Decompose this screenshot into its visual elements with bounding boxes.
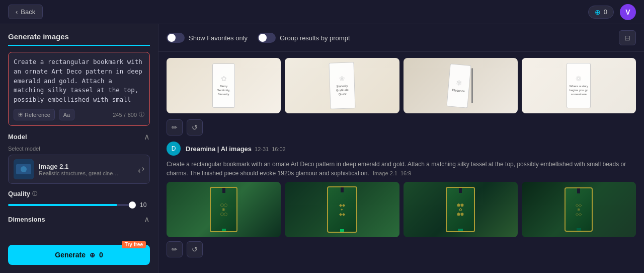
back-button[interactable]: ‹ Back [8, 5, 43, 19]
credits-badge: ⊕ 0 [588, 6, 614, 19]
prompt-wrapper: ⊞ Reference Aa 245/800 ⓘ [8, 52, 150, 126]
sidebar: Generate images ⊞ Reference Aa 245/800 ⓘ [0, 24, 158, 273]
reference-label: Reference [25, 112, 50, 118]
model-name: Image 2.1 [39, 163, 133, 170]
model-swap-button[interactable]: ⇄ [138, 165, 144, 174]
main-layout: Generate images ⊞ Reference Aa 245/800 ⓘ [0, 24, 644, 273]
prompt-input[interactable] [14, 57, 144, 103]
quality-slider[interactable] [8, 204, 136, 206]
quality-section: Quality ⓘ 10 [8, 190, 150, 209]
select-model-label: Select model [8, 146, 150, 152]
info-icon: ⓘ [139, 111, 144, 118]
result-block: D Dreamina | AI images 12-31 16:02 Creat… [167, 142, 636, 257]
group-results-toggle[interactable] [258, 33, 276, 43]
dreamina-icon: D [172, 145, 176, 152]
group-results-label: Group results by prompt [280, 34, 350, 42]
gallery-scroll[interactable]: ✿ MerrySentimity,Sincerity. ❀ SincerityG… [158, 52, 644, 273]
result-prompt-text: Create a rectangular bookmark with an or… [167, 160, 636, 178]
back-label: Back [21, 8, 35, 16]
model-info: Image 2.1 Realistic structures, great ci… [39, 163, 133, 176]
dimensions-section-label: Dimensions ∧ [8, 215, 150, 224]
credits-value: 0 [604, 8, 607, 16]
model-thumbnail [14, 159, 34, 179]
sidebar-title: Generate images [8, 32, 150, 46]
result-source-name: Dreamina | AI images [186, 145, 252, 153]
dimensions-collapse-button[interactable]: ∧ [144, 215, 150, 224]
char-count: 245/800 ⓘ [113, 111, 144, 118]
quality-value: 10 [140, 201, 150, 209]
svg-point-2 [21, 166, 27, 172]
top-image-3: ✾ Elegance [404, 58, 518, 113]
coin-icon: ⊕ [595, 8, 601, 16]
info-icon: ⓘ [32, 190, 37, 197]
bm-pattern-2: ◆◆✦◆◆ [339, 203, 345, 217]
edit-icon-2: ✏ [172, 245, 178, 253]
result-date: 12-31 [255, 146, 269, 152]
dimensions-label-text: Dimensions [8, 216, 45, 223]
char-max-value: 800 [128, 112, 137, 118]
result-tags: Image 2.1 16:9 [373, 169, 411, 178]
edit-bottom-button[interactable]: ✏ [167, 241, 183, 257]
refresh-icon: ↺ [192, 123, 198, 131]
top-image-4: ❁ Where a storybegins you gosomewhere [522, 58, 636, 113]
show-favorites-label: Show Favorites only [189, 34, 248, 42]
avatar-initial: V [625, 8, 630, 16]
prompt-toolbar: ⊞ Reference Aa 245/800 ⓘ [14, 109, 144, 120]
quality-label: Quality ⓘ [8, 190, 150, 197]
result-time: 16:02 [272, 146, 286, 152]
result-info-row: Dreamina | AI images 12-31 16:02 [186, 145, 286, 153]
bm-pattern-4: ◇◇❄◇◇ [576, 203, 582, 217]
prompt-actions: ⊞ Reference Aa [14, 109, 74, 120]
refresh-bottom-button[interactable]: ↺ [187, 241, 203, 257]
green-image-4: ◇◇❄◇◇ [522, 182, 636, 237]
content-area: Show Favorites only Group results by pro… [158, 24, 644, 273]
grid-view-button[interactable]: ⊟ [619, 30, 636, 45]
green-image-2: ◆◆✦◆◆ [285, 182, 399, 237]
top-action-bar: ✏ ↺ [167, 119, 636, 135]
reference-icon: ⊞ [18, 111, 23, 118]
avatar[interactable]: V [620, 4, 636, 20]
result-info: Dreamina | AI images 12-31 16:02 [186, 145, 286, 153]
model-label-text: Model [8, 133, 27, 141]
char-count-value: 245 [113, 112, 122, 118]
bookmark-text: MerrySentimity,Sincerity. [217, 85, 230, 96]
bottom-action-bar: ✏ ↺ [167, 241, 636, 257]
grid-icon: ⊟ [624, 34, 630, 42]
reference-button[interactable]: ⊞ Reference [14, 109, 55, 120]
quality-label-text: Quality [8, 190, 30, 197]
model-section: Model ∧ Select model Image 2.1 Realistic… [8, 132, 150, 184]
typography-label: Aa [63, 112, 70, 118]
chevron-left-icon: ‹ [16, 8, 18, 16]
dimensions-section: Dimensions ∧ [8, 215, 150, 228]
show-favorites-toggle[interactable] [167, 33, 185, 43]
model-description: Realistic structures, great cinematog... [39, 170, 119, 176]
top-image-2: ❀ SincerityGratitudeQuest [285, 58, 399, 113]
model-section-label: Model ∧ [8, 132, 150, 142]
refresh-top-button[interactable]: ↺ [187, 119, 203, 135]
topbar-right: ⊕ 0 V [588, 4, 636, 20]
slider-row: 10 [8, 201, 150, 209]
refresh-icon-2: ↺ [192, 245, 198, 253]
show-favorites-toggle-row: Show Favorites only [167, 33, 248, 43]
model-card[interactable]: Image 2.1 Realistic structures, great ci… [8, 155, 150, 184]
model-collapse-button[interactable]: ∧ [144, 132, 150, 142]
try-free-badge: Try free [122, 241, 146, 248]
result-ratio-tag: 16:9 [400, 169, 411, 178]
generate-wrapper: Try free Generate ⊕ 0 [8, 245, 150, 265]
green-image-grid: ⬡⬡❋⬡⬡ ◆◆✦◆◆ [167, 182, 636, 237]
bm-pattern-1: ⬡⬡❋⬡⬡ [220, 203, 227, 217]
typography-button[interactable]: Aa [59, 109, 74, 120]
result-avatar: D [167, 142, 181, 156]
group-results-toggle-row: Group results by prompt [258, 33, 350, 43]
green-image-1: ⬡⬡❋⬡⬡ [167, 182, 281, 237]
generate-credits: 0 [99, 251, 103, 259]
top-image-1: ✿ MerrySentimity,Sincerity. [167, 58, 281, 113]
topbar: ‹ Back ⊕ 0 V [0, 0, 644, 24]
edit-top-button[interactable]: ✏ [167, 119, 183, 135]
generate-label: Generate [55, 251, 86, 259]
result-header: D Dreamina | AI images 12-31 16:02 [167, 142, 636, 156]
green-image-3: ⬟⬟✿⬟⬟ [404, 182, 518, 237]
coin-icon: ⊕ [90, 251, 95, 259]
content-toolbar: Show Favorites only Group results by pro… [158, 24, 644, 52]
edit-icon: ✏ [172, 123, 178, 131]
